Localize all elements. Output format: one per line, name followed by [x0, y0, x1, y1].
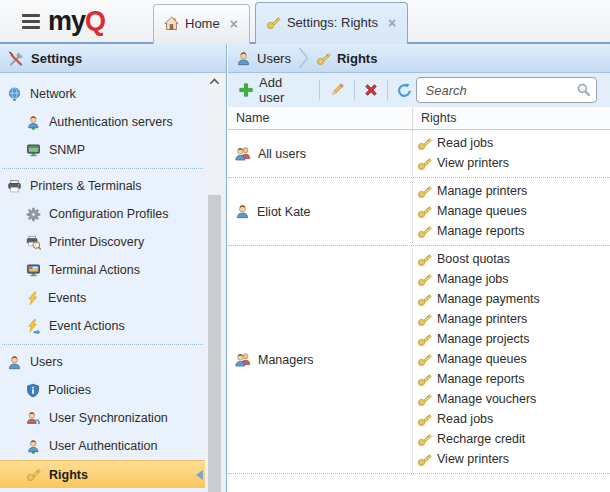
row-name-cell[interactable]: All users	[228, 130, 413, 177]
gear-icon	[26, 207, 41, 222]
sidebar-item-label: Configuration Profiles	[49, 207, 169, 221]
row-rights-cell: Read jobsView printers	[413, 130, 610, 177]
sidebar-item-label: Printer Discovery	[49, 235, 144, 249]
add-user-label: Add user	[259, 75, 310, 105]
sidebar-item-user-authentication[interactable]: User Authentication	[0, 432, 205, 460]
breadcrumb-label: Rights	[337, 51, 377, 66]
sidebar-list: NetworkAuthentication serversSNMPPrinter…	[0, 73, 205, 492]
breadcrumb-separator-icon	[298, 46, 309, 70]
myq-app-window: myQ Home×Settings: Rights× Settings Netw…	[0, 0, 610, 492]
right-label: Manage printers	[437, 312, 527, 326]
rights-table: All usersRead jobsView printersEliot Kat…	[228, 130, 610, 492]
column-header-rights[interactable]: Rights	[413, 107, 610, 129]
row-name-cell[interactable]: Managers	[228, 246, 413, 473]
globe-icon	[7, 87, 22, 102]
user-group-icon	[235, 146, 251, 161]
terminal-icon	[26, 263, 41, 278]
sidebar-title: Settings	[31, 51, 82, 66]
sidebar-item-configuration-profiles[interactable]: Configuration Profiles	[0, 200, 205, 228]
tab-bar: Home×Settings: Rights×	[153, 2, 408, 44]
key-icon	[417, 224, 432, 239]
right-label: Boost quotas	[437, 252, 510, 266]
key-icon	[26, 467, 41, 482]
key-icon	[417, 332, 432, 347]
sidebar-item-label: Events	[48, 291, 86, 305]
delete-x-icon	[364, 83, 378, 97]
key-icon	[417, 432, 432, 447]
row-name-cell[interactable]: Eliot Kate	[228, 178, 413, 245]
bolt-arrow-icon	[26, 319, 41, 334]
key-icon	[417, 156, 432, 171]
key-icon	[417, 352, 432, 367]
pencil-icon	[329, 82, 345, 98]
tab-label: Settings: Rights	[287, 15, 378, 30]
toolbar-separator	[387, 80, 388, 100]
sidebar-item-user-synchronization[interactable]: User Synchronization	[0, 404, 205, 432]
right-label: Manage projects	[437, 332, 529, 346]
key-icon	[266, 15, 281, 30]
user-name: Eliot Kate	[257, 205, 311, 219]
right-label: Read jobs	[437, 136, 493, 150]
tab-home[interactable]: Home×	[153, 4, 250, 44]
right-item: Manage reports	[417, 221, 610, 241]
right-item: Manage printers	[417, 181, 610, 201]
right-label: View printers	[437, 452, 509, 466]
add-user-button[interactable]: Add user	[235, 72, 314, 108]
sidebar-item-rights[interactable]: Rights	[0, 460, 205, 488]
key-icon	[417, 136, 432, 151]
menu-icon[interactable]	[22, 14, 40, 29]
sidebar-item-label: Printers & Terminals	[30, 179, 142, 193]
selected-marker-icon	[196, 470, 203, 480]
table-row[interactable]: ManagersBoost quotasManage jobsManage pa…	[228, 246, 610, 474]
right-item: Boost quotas	[417, 249, 610, 269]
key-icon	[417, 452, 432, 467]
sidebar-item-users[interactable]: Users	[0, 348, 205, 376]
user-green-icon	[26, 439, 41, 454]
key-icon	[417, 372, 432, 387]
scroll-up-icon[interactable]	[206, 73, 223, 90]
tab-close-icon[interactable]: ×	[388, 16, 396, 30]
user-icon	[236, 51, 251, 66]
table-row[interactable]: Eliot KateManage printersManage queuesMa…	[228, 178, 610, 246]
sidebar-item-policies[interactable]: Policies	[0, 376, 205, 404]
right-item: Recharge credit	[417, 429, 610, 449]
sidebar-divider	[0, 164, 205, 172]
user-name: All users	[258, 147, 306, 161]
right-label: Manage queues	[437, 352, 527, 366]
sidebar-item-label: Authentication servers	[49, 115, 173, 129]
right-item: Manage queues	[417, 349, 610, 369]
breadcrumb-item-rights[interactable]: Rights	[316, 51, 377, 66]
tab-close-icon[interactable]: ×	[230, 17, 238, 31]
breadcrumb: UsersRights	[228, 44, 610, 73]
sidebar-item-authentication-servers[interactable]: Authentication servers	[0, 108, 205, 136]
sidebar-item-printer-discovery[interactable]: Printer Discovery	[0, 228, 205, 256]
refresh-button[interactable]	[393, 80, 416, 101]
column-header-name[interactable]: Name	[228, 107, 413, 129]
tab-settings-rights[interactable]: Settings: Rights×	[255, 2, 408, 44]
sidebar-item-events[interactable]: Events	[0, 284, 205, 312]
right-item: Manage printers	[417, 309, 610, 329]
search-input[interactable]	[416, 77, 597, 103]
sidebar-item-snmp[interactable]: SNMP	[0, 136, 205, 164]
right-label: Read jobs	[437, 412, 493, 426]
key-icon	[417, 292, 432, 307]
table-row[interactable]: All usersRead jobsView printers	[228, 130, 610, 178]
sidebar-item-event-actions[interactable]: Event Actions	[0, 312, 205, 340]
scrollbar-thumb[interactable]	[208, 195, 221, 492]
toolbar-separator	[319, 80, 320, 100]
top-bar: myQ Home×Settings: Rights×	[0, 0, 610, 44]
sidebar-item-terminal-actions[interactable]: Terminal Actions	[0, 256, 205, 284]
edit-button[interactable]	[325, 79, 349, 101]
sidebar-item-label: User Synchronization	[49, 411, 168, 425]
sidebar-item-network[interactable]: Network	[0, 80, 205, 108]
printer-icon	[7, 179, 22, 194]
sidebar-item-label: Policies	[48, 383, 91, 397]
search-icon[interactable]	[576, 82, 591, 97]
right-label: Manage jobs	[437, 272, 509, 286]
delete-button[interactable]	[360, 80, 382, 100]
sidebar-scrollbar[interactable]	[206, 73, 223, 492]
sidebar-item-printers-terminals[interactable]: Printers & Terminals	[0, 172, 205, 200]
right-item: View printers	[417, 449, 610, 469]
printer-search-icon	[26, 235, 41, 250]
breadcrumb-item-users[interactable]: Users	[236, 51, 291, 66]
